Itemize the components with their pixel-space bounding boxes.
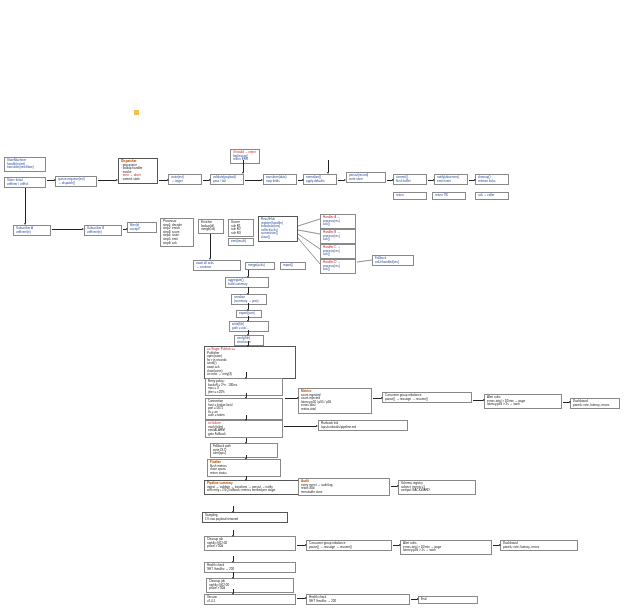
arrow (233, 589, 234, 593)
node-filter: filter(e)accept? (127, 222, 157, 233)
node-route: route(evt)→ target (168, 174, 202, 185)
node-conn: Connection host = broker.local port = 56… (205, 398, 283, 420)
node-cleanupjob: Cleanup job nightly @02:00 prune > 30d (204, 536, 296, 551)
fanout (0, 0, 640, 615)
arrow (411, 599, 417, 600)
arrow (52, 229, 82, 230)
node-return-ok-b: ack → caller (475, 192, 509, 200)
arrow (248, 330, 249, 334)
node-tail-r2: End (418, 596, 478, 604)
arrow (393, 545, 399, 546)
node-publisher: == Stage: Publish == Publisher open(conn… (204, 346, 296, 379)
arrow (159, 180, 167, 181)
node-hB: Handler.B →process(res)ack() (320, 229, 356, 244)
arrow (328, 160, 329, 172)
node-cleanup: cleanup()release locks (475, 174, 509, 185)
arrow (246, 476, 247, 479)
arrow (248, 303, 249, 309)
svg-line-1 (298, 230, 320, 234)
arrow (98, 180, 116, 181)
arrow (246, 455, 247, 458)
arrow (243, 160, 244, 172)
arrow (245, 180, 261, 181)
node-enqueue: queue.enqueue(evt)→ dispatch() (55, 176, 97, 187)
node-hA: Handler.A →process(res)ack() (320, 214, 356, 229)
node-emit: emit(result) (228, 238, 254, 246)
node-hub: ResultHub register(handler) broadcast(re… (258, 216, 298, 242)
node-schema: Schema registry subject: events.v1 compa… (398, 480, 476, 495)
arrow (298, 180, 302, 181)
node-merge: merge(acks) (245, 262, 275, 270)
node-finalize: Finalize flush metrics close spans retur… (207, 459, 281, 477)
node-onfail: on failure: mark failed emit ALARM goto … (205, 420, 283, 438)
node-rebalance: Consumer group rebalance pause() → reass… (382, 392, 472, 403)
node-serialize: serialize(summary → json) (231, 294, 267, 305)
node-audit: Audit every event → audit.log retain 30d… (298, 478, 390, 496)
arrow (473, 400, 483, 401)
arrow (248, 341, 249, 345)
node-processor: Processor step1: decode step2: enrich st… (160, 218, 194, 247)
arrow (285, 398, 297, 399)
node-dash: Dashboard panels: rate, latency, errors (570, 398, 620, 409)
arrow (210, 234, 211, 258)
arrow (469, 180, 474, 181)
node-commit: commit()flush buffer (393, 174, 427, 185)
arrow (123, 229, 126, 230)
arrow (493, 545, 499, 546)
node-normalize: normalize()apply defaults (303, 174, 337, 185)
marker-dot (134, 110, 139, 115)
node-tail-r1: Health check GET /healthz → 200 (306, 594, 410, 605)
node-tail1: Health check GET /healthz → 200 (204, 562, 296, 573)
node-export: export(json) (236, 310, 262, 318)
node-state-init: State::Initial onEnter / onExit (4, 177, 46, 188)
node-hD: Handler.D →process(res)ack() (320, 259, 356, 274)
node-sub-a: Subscriber AonEvent(e) (13, 225, 51, 236)
node-dlq: Fallback path write DLQ alert(ops) (210, 443, 278, 458)
node-dispatcher: Dispatcher · pop queue · lookup handler … (118, 158, 158, 184)
node-metrics: Metrics count.ingested count.rejected la… (298, 388, 372, 414)
arrow (233, 506, 234, 511)
svg-line-0 (298, 219, 320, 226)
node-retry: Retry policy: backoff = 2^n · 100ms max … (205, 378, 283, 396)
svg-line-4 (357, 260, 372, 262)
arrow (246, 415, 247, 419)
arrow (246, 438, 247, 442)
arrow (284, 426, 316, 427)
arrow (203, 180, 209, 181)
node-row-b2: Alert rules errors.total > 10/min → page… (400, 540, 492, 555)
node-sm: StateMachine:: handle(event) transition(… (4, 157, 46, 172)
node-write: write(file)path = out/… (229, 321, 269, 332)
node-tail3: Versionv2.4.1 (204, 594, 296, 605)
arrow (233, 572, 234, 577)
arrow (391, 486, 397, 487)
arrow (47, 180, 54, 181)
node-sub-b: Subscriber BonEvent(e) (84, 225, 122, 236)
node-verify: verify(file)checksum (234, 335, 264, 346)
svg-line-2 (298, 234, 320, 249)
arrow (563, 402, 569, 403)
node-reject: if invalid → rejectlog(reason)return ERR (230, 149, 260, 164)
arrow (233, 556, 234, 561)
node-persist: persist(record)write store (346, 172, 386, 183)
node-row-b3: Dashboard panels: rate, latency, errors (500, 540, 578, 551)
arrow (246, 393, 247, 397)
node-return-ok-a: return OK (432, 192, 466, 200)
node-notify: notify(observers)emit event (434, 174, 468, 185)
node-tail2: Cleanup job nightly @02:00 prune > 30d (206, 578, 294, 593)
arrow (233, 530, 234, 535)
node-hC: Handler.C →process(res)ack() (320, 244, 356, 259)
svg-line-3 (298, 238, 320, 264)
node-enricher: Enricher lookup(id) merge(ctx) (198, 219, 224, 234)
arrow (248, 316, 249, 320)
arrow (248, 270, 249, 276)
node-validate: validate(payload)pass / fail (210, 174, 244, 185)
node-report: report() (280, 262, 306, 270)
arrow (25, 188, 26, 223)
arrow (387, 180, 392, 181)
node-aggregate: aggregate()build summary (225, 277, 269, 288)
arrow (297, 545, 305, 546)
node-alerts: Alert rules errors.total > 10/min → page… (484, 394, 562, 409)
node-transform: transform(data)map fields (263, 174, 297, 185)
arrow (297, 598, 305, 599)
arrow (428, 180, 433, 181)
